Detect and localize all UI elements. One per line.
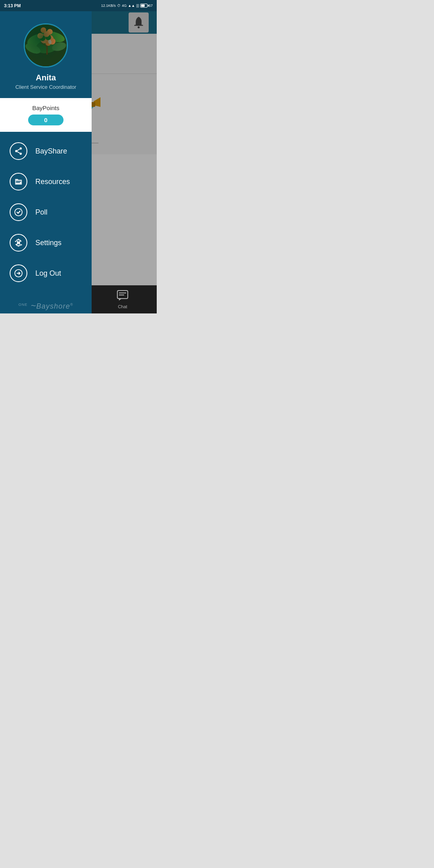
profile-section: Anita Client Service Coordinator: [0, 11, 92, 98]
drawer-footer: ONE ~Bayshore®: [0, 293, 92, 313]
baypoints-value: 0: [28, 115, 63, 125]
logout-icon-circle: [10, 264, 27, 282]
logout-icon: [14, 269, 23, 278]
bayshare-icon-circle: [10, 142, 27, 160]
svg-point-26: [46, 35, 53, 42]
svg-line-23: [41, 43, 47, 47]
sidebar-item-settings[interactable]: Settings: [0, 227, 92, 258]
logo-wave: ~: [31, 301, 36, 311]
svg-point-32: [47, 36, 49, 38]
wifi-icon: ▲▲: [128, 4, 135, 8]
logout-label: Log Out: [35, 269, 61, 278]
svg-point-35: [20, 147, 22, 150]
svg-point-33: [45, 34, 47, 36]
svg-point-20: [25, 41, 42, 55]
share-icon: [14, 147, 23, 156]
svg-point-25: [41, 36, 48, 43]
svg-point-31: [41, 37, 44, 39]
status-time: 3:13 PM: [4, 3, 21, 8]
svg-point-29: [49, 38, 55, 45]
sidebar-item-logout[interactable]: Log Out: [0, 258, 92, 289]
sidebar-item-poll[interactable]: Poll: [0, 197, 92, 227]
svg-point-36: [15, 150, 18, 152]
gear-icon: [14, 238, 23, 247]
svg-rect-41: [16, 182, 20, 183]
svg-point-30: [45, 40, 51, 46]
svg-line-24: [47, 41, 53, 45]
svg-line-39: [17, 149, 20, 151]
status-icons: 12.1KB/s ⏱ 4G ▲▲ ||| 67: [101, 4, 153, 8]
battery-level: 67: [149, 4, 153, 8]
svg-point-21: [51, 41, 67, 53]
status-bar: 3:13 PM 12.1KB/s ⏱ 4G ▲▲ ||| 67: [0, 0, 157, 11]
bayshare-label: BayShare: [35, 147, 67, 156]
svg-point-34: [48, 39, 52, 45]
battery-icon: [140, 4, 147, 8]
network-speed: 12.1KB/s: [101, 4, 116, 8]
sidebar-item-resources[interactable]: Resources: [0, 166, 92, 197]
drawer-overlay[interactable]: [92, 11, 157, 313]
signal-bars-icon: |||: [136, 4, 139, 8]
svg-rect-40: [16, 181, 21, 182]
avatar-image: [25, 25, 67, 66]
svg-point-18: [40, 29, 66, 45]
logo-prefix: ONE: [18, 303, 28, 307]
sidebar-item-bayshare[interactable]: BayShare: [0, 136, 92, 166]
poll-icon: [14, 208, 23, 217]
resources-icon-circle: [10, 173, 27, 190]
baypoints-section: BayPoints 0: [0, 98, 92, 132]
svg-point-28: [39, 34, 45, 39]
screen: + Add QuickAccess: [0, 11, 157, 313]
resources-label: Resources: [35, 178, 70, 186]
poll-label: Poll: [35, 208, 47, 217]
svg-point-27: [44, 33, 50, 39]
settings-label: Settings: [35, 239, 61, 247]
signal-icon: 4G: [122, 4, 127, 8]
navigation-drawer: Anita Client Service Coordinator BayPoin…: [0, 11, 92, 313]
svg-rect-16: [25, 25, 67, 66]
bayshore-logo: ONE ~Bayshore®: [18, 301, 73, 311]
menu-list: BayShare Resources: [0, 132, 92, 293]
poll-icon-circle: [10, 203, 27, 221]
settings-icon-circle: [10, 234, 27, 252]
svg-point-37: [20, 153, 22, 155]
user-title: Client Service Coordinator: [15, 84, 76, 90]
svg-point-19: [35, 38, 59, 55]
clock-icon: ⏱: [117, 4, 121, 8]
folder-icon: [14, 177, 23, 186]
svg-line-38: [17, 151, 20, 153]
avatar-illustration: [25, 25, 67, 66]
avatar: [24, 23, 68, 68]
baypoints-label: BayPoints: [32, 104, 59, 111]
user-name: Anita: [36, 73, 56, 82]
svg-point-17: [25, 31, 48, 49]
